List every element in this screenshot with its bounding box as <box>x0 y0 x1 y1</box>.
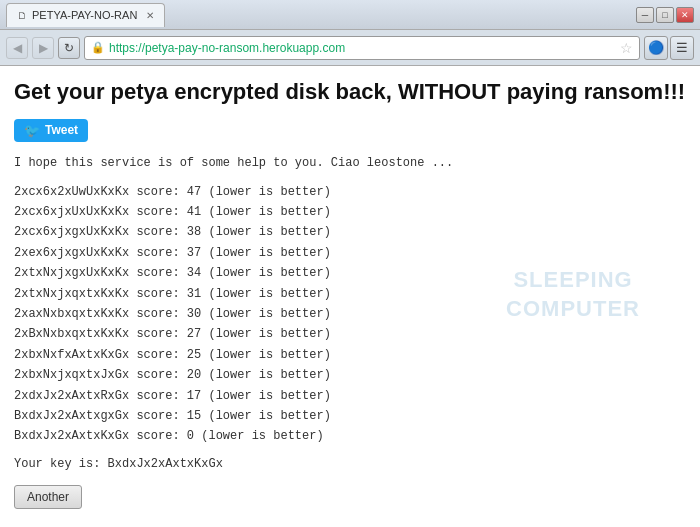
another-button[interactable]: Another <box>14 485 82 509</box>
window-controls: ─ □ ✕ <box>636 7 694 23</box>
extension-icon-button[interactable]: 🔵 <box>644 36 668 60</box>
score-line: 2xbxNxjxqxtxJxGx score: 20 (lower is bet… <box>14 365 686 385</box>
score-line: 2xex6xjxgxUxKxKx score: 37 (lower is bet… <box>14 243 686 263</box>
back-button[interactable]: ◀ <box>6 37 28 59</box>
score-line: 2xtxNxjxgxUxKxKx score: 34 (lower is bet… <box>14 263 686 283</box>
url-text: https://petya-pay-no-ransom.herokuapp.co… <box>109 41 616 55</box>
score-line: 2xbxNxfxAxtxKxGx score: 25 (lower is bet… <box>14 345 686 365</box>
intro-text: I hope this service is of some help to y… <box>14 156 686 170</box>
title-bar: 🗋 PETYA-PAY-NO-RAN ✕ ─ □ ✕ <box>0 0 700 30</box>
browser-window: 🗋 PETYA-PAY-NO-RAN ✕ ─ □ ✕ ◀ ▶ ↻ 🔒 https… <box>0 0 700 527</box>
score-line: BxdxJx2xAxtxKxGx score: 0 (lower is bett… <box>14 426 686 446</box>
tweet-button[interactable]: 🐦 Tweet <box>14 119 88 142</box>
bookmark-icon[interactable]: ☆ <box>620 40 633 56</box>
score-line: BxdxJx2xAxtxgxGx score: 15 (lower is bet… <box>14 406 686 426</box>
score-line: 2xcx6xjxUxUxKxKx score: 41 (lower is bet… <box>14 202 686 222</box>
nav-bar: ◀ ▶ ↻ 🔒 https://petya-pay-no-ransom.hero… <box>0 30 700 66</box>
nav-right-buttons: 🔵 ☰ <box>644 36 694 60</box>
score-list: 2xcx6x2xUwUxKxKx score: 47 (lower is bet… <box>14 182 686 447</box>
ssl-lock-icon: 🔒 <box>91 41 105 54</box>
score-line: 2xtxNxjxqxtxKxKx score: 31 (lower is bet… <box>14 284 686 304</box>
maximize-button[interactable]: □ <box>656 7 674 23</box>
refresh-button[interactable]: ↻ <box>58 37 80 59</box>
forward-button[interactable]: ▶ <box>32 37 54 59</box>
tweet-button-label: Tweet <box>45 123 78 137</box>
score-line: 2xaxNxbxqxtxKxKx score: 30 (lower is bet… <box>14 304 686 324</box>
browser-tab[interactable]: 🗋 PETYA-PAY-NO-RAN ✕ <box>6 3 165 27</box>
twitter-bird-icon: 🐦 <box>24 123 40 138</box>
score-line: 2xcx6x2xUwUxKxKx score: 47 (lower is bet… <box>14 182 686 202</box>
content-area: SLEEPING COMPUTER Get your petya encrypt… <box>0 66 700 527</box>
address-bar[interactable]: 🔒 https://petya-pay-no-ransom.herokuapp.… <box>84 36 640 60</box>
tab-page-icon: 🗋 <box>17 10 27 21</box>
score-line: 2xBxNxbxqxtxKxKx score: 27 (lower is bet… <box>14 324 686 344</box>
title-bar-left: 🗋 PETYA-PAY-NO-RAN ✕ <box>6 3 636 27</box>
tab-close-icon[interactable]: ✕ <box>146 10 154 21</box>
your-key-text: Your key is: BxdxJx2xAxtxKxGx <box>14 457 686 471</box>
score-line: 2xdxJx2xAxtxRxGx score: 17 (lower is bet… <box>14 386 686 406</box>
menu-button[interactable]: ☰ <box>670 36 694 60</box>
page-heading: Get your petya encrypted disk back, WITH… <box>14 78 686 107</box>
close-button[interactable]: ✕ <box>676 7 694 23</box>
score-line: 2xcx6xjxgxUxKxKx score: 38 (lower is bet… <box>14 222 686 242</box>
tab-label: PETYA-PAY-NO-RAN <box>32 9 137 21</box>
minimize-button[interactable]: ─ <box>636 7 654 23</box>
